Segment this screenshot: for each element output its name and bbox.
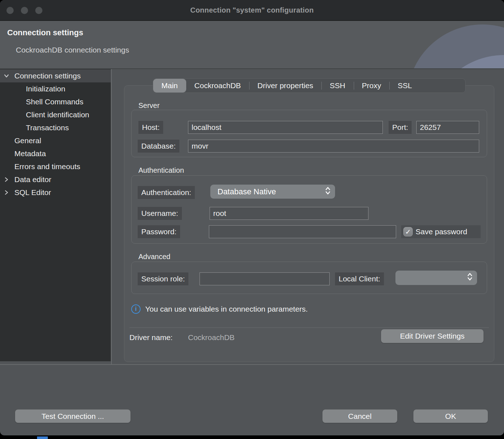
tab-cockroachdb[interactable]: CockroachDB bbox=[186, 79, 249, 92]
chevron-right-icon[interactable] bbox=[3, 176, 10, 183]
sidebar-item-metadata[interactable]: Metadata bbox=[0, 147, 111, 160]
info-message: You can use variables in connection para… bbox=[145, 305, 308, 313]
local-client-select[interactable] bbox=[395, 271, 477, 285]
test-connection-button[interactable]: Test Connection ... bbox=[15, 409, 130, 423]
tab-label: SSL bbox=[398, 81, 412, 90]
tab-label: Proxy bbox=[362, 81, 381, 90]
settings-tree: Connection settingsInitializationShell C… bbox=[0, 69, 111, 361]
sidebar-item-data-editor[interactable]: Data editor bbox=[0, 173, 111, 186]
close-window-icon[interactable] bbox=[6, 7, 14, 14]
save-password-label[interactable]: Save password bbox=[411, 227, 467, 236]
tab-ssl[interactable]: SSL bbox=[389, 79, 420, 92]
sidebar-item-client-identification[interactable]: Client identification bbox=[0, 108, 111, 121]
title-bar: Connection "system" configuration bbox=[0, 0, 504, 21]
auth-section-title: Authentication bbox=[138, 166, 184, 175]
tab-main[interactable]: Main bbox=[153, 79, 186, 92]
panel-separator bbox=[129, 327, 489, 328]
connection-tabs: MainCockroachDBDriver propertiesSSHProxy… bbox=[153, 78, 466, 93]
sidebar-item-label: Transactions bbox=[0, 123, 69, 132]
info-icon: i bbox=[131, 304, 141, 314]
sidebar-divider bbox=[111, 69, 112, 364]
port-label: Port: bbox=[389, 121, 412, 134]
sidebar-item-label: General bbox=[0, 136, 41, 145]
port-input[interactable] bbox=[416, 121, 479, 134]
tab-label: Main bbox=[161, 81, 178, 90]
tab-label: SSH bbox=[330, 81, 345, 90]
host-input[interactable] bbox=[188, 121, 383, 134]
sidebar-item-label: Errors and timeouts bbox=[0, 162, 80, 171]
cancel-button[interactable]: Cancel bbox=[322, 409, 397, 423]
driver-name-value: CockroachDB bbox=[188, 333, 235, 342]
traffic-lights bbox=[6, 7, 42, 14]
desktop-artifact bbox=[37, 436, 48, 439]
edit-driver-settings-button[interactable]: Edit Driver Settings bbox=[381, 329, 484, 343]
select-chevrons-icon bbox=[325, 186, 331, 197]
session-role-label: Session role: bbox=[138, 272, 188, 285]
session-role-input[interactable] bbox=[200, 272, 330, 285]
host-label: Host: bbox=[138, 121, 163, 134]
minimize-window-icon[interactable] bbox=[21, 7, 28, 14]
sidebar-item-label: Metadata bbox=[0, 149, 46, 158]
sidebar-item-shell-commands[interactable]: Shell Commands bbox=[0, 95, 111, 108]
sidebar-item-connection-settings[interactable]: Connection settings bbox=[0, 69, 111, 82]
password-label: Password: bbox=[138, 225, 180, 238]
connection-config-dialog: Connection "system" configuration Connec… bbox=[0, 0, 504, 435]
tab-proxy[interactable]: Proxy bbox=[354, 79, 390, 92]
page-subtitle: CockroachDB connection settings bbox=[16, 46, 129, 54]
page-title: Connection settings bbox=[7, 28, 83, 37]
username-input[interactable] bbox=[210, 207, 368, 220]
sidebar-item-general[interactable]: General bbox=[0, 134, 111, 147]
footer-separator bbox=[0, 364, 504, 365]
tab-ssh[interactable]: SSH bbox=[321, 79, 353, 92]
advanced-section-title: Advanced bbox=[138, 253, 170, 261]
tab-separator bbox=[389, 82, 390, 90]
tab-separator bbox=[249, 82, 249, 90]
save-password-group: ✓ Save password bbox=[401, 225, 481, 238]
sidebar-item-transactions[interactable]: Transactions bbox=[0, 121, 111, 134]
sidebar-item-sql-editor[interactable]: SQL Editor bbox=[0, 186, 111, 199]
tab-separator bbox=[321, 82, 322, 90]
sidebar-item-label: Shell Commands bbox=[0, 98, 83, 106]
authentication-select-value: Database Native bbox=[217, 187, 276, 196]
server-section-title: Server bbox=[138, 101, 160, 110]
driver-name-label: Driver name: bbox=[129, 333, 173, 342]
authentication-select[interactable]: Database Native bbox=[210, 185, 335, 199]
sidebar-item-label: Initialization bbox=[0, 85, 65, 93]
tab-driver-properties[interactable]: Driver properties bbox=[249, 79, 321, 92]
local-client-label: Local Client: bbox=[335, 272, 384, 285]
tab-label: CockroachDB bbox=[194, 81, 241, 90]
sidebar-item-errors-and-timeouts[interactable]: Errors and timeouts bbox=[0, 160, 111, 173]
database-label: Database: bbox=[138, 140, 179, 153]
sidebar-item-label: Client identification bbox=[0, 110, 89, 119]
chevron-down-icon[interactable] bbox=[3, 72, 10, 80]
ok-button[interactable]: OK bbox=[413, 409, 488, 423]
sidebar-item-label: Connection settings bbox=[0, 72, 81, 80]
authentication-label: Authentication: bbox=[138, 186, 195, 199]
zoom-window-icon[interactable] bbox=[35, 7, 42, 14]
tab-label: Driver properties bbox=[257, 81, 313, 90]
database-input[interactable] bbox=[188, 140, 479, 153]
password-input[interactable] bbox=[209, 225, 396, 238]
username-label: Username: bbox=[138, 207, 182, 220]
save-password-checkbox[interactable]: ✓ bbox=[403, 227, 413, 236]
sidebar-item-initialization[interactable]: Initialization bbox=[0, 82, 111, 95]
chevron-right-icon[interactable] bbox=[3, 189, 10, 196]
window-title: Connection "system" configuration bbox=[190, 6, 313, 14]
select-chevrons-icon bbox=[467, 272, 473, 283]
tab-separator bbox=[354, 82, 354, 90]
